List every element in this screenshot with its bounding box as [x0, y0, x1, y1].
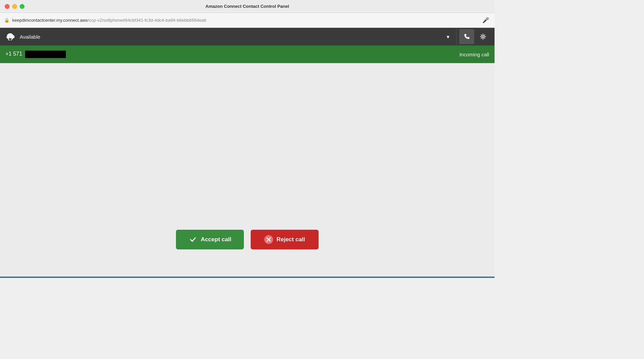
status-label: Available	[20, 34, 447, 40]
minimize-button[interactable]	[12, 4, 17, 9]
window-title: Amazon Connect Contact Control Panel	[205, 4, 289, 9]
phone-button[interactable]	[459, 29, 474, 44]
settings-button[interactable]	[476, 29, 490, 44]
reject-icon	[264, 235, 273, 244]
amazon-connect-logo	[4, 31, 16, 43]
maximize-button[interactable]	[20, 4, 24, 9]
incoming-call-label: Incoming call	[459, 52, 489, 57]
reject-call-button[interactable]: Reject call	[251, 230, 319, 249]
url-path: /ccp-v2/softphone#64cbf341-fc3d-4dc4-ba9…	[88, 18, 206, 23]
close-button[interactable]	[5, 4, 10, 9]
svg-rect-0	[7, 37, 8, 39]
header-bar: Available ▾	[0, 28, 495, 45]
traffic-lights	[5, 4, 24, 9]
chevron-down-icon[interactable]: ▾	[447, 34, 449, 40]
reject-call-label: Reject call	[276, 236, 305, 243]
call-actions: Accept call Reject call	[176, 230, 319, 249]
lock-icon: 🔒	[4, 18, 10, 23]
ccp-panel: Available ▾ +1 571 Incoming call	[0, 28, 495, 278]
address-bar: 🔒 keepdimcontactcenter.my.connect.aws/cc…	[0, 13, 495, 28]
incoming-call-banner: +1 571 Incoming call	[0, 45, 495, 63]
microphone-icon[interactable]: 🎤	[482, 17, 489, 23]
accept-call-button[interactable]: Accept call	[176, 230, 244, 249]
svg-point-2	[482, 36, 484, 38]
phone-number-display: +1 571	[5, 51, 66, 58]
accept-call-label: Accept call	[201, 236, 231, 243]
accept-icon	[189, 235, 197, 244]
redacted-phone-number	[25, 51, 66, 58]
header-divider	[456, 28, 457, 45]
bottom-border	[0, 277, 495, 278]
title-bar: Amazon Connect Contact Control Panel	[0, 0, 495, 13]
main-content: Accept call Reject call	[0, 63, 495, 277]
url-host: keepdimcontactcenter.my.connect.aws	[12, 18, 88, 23]
url-display[interactable]: keepdimcontactcenter.my.connect.aws/ccp-…	[12, 18, 206, 23]
svg-rect-1	[12, 37, 13, 39]
